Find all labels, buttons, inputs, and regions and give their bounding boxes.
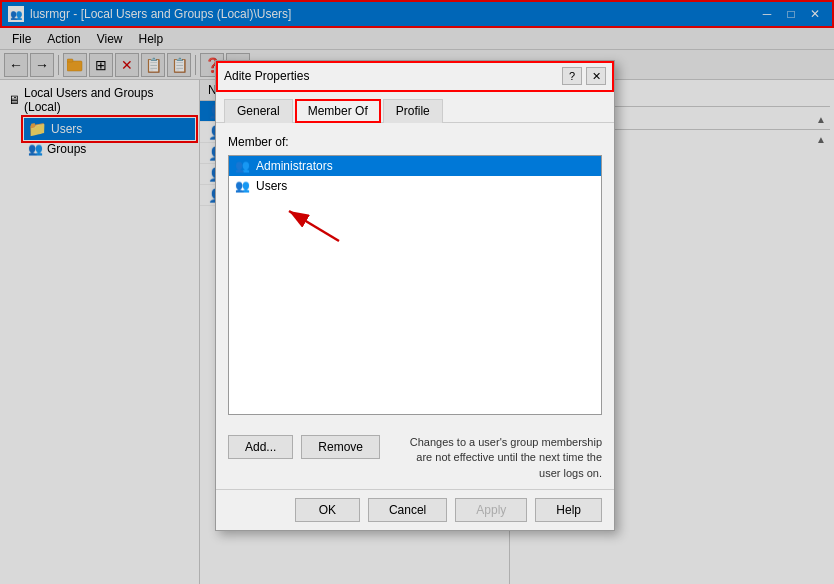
ok-button[interactable]: OK bbox=[295, 498, 360, 522]
dialog-action-row: Add... Remove Changes to a user's group … bbox=[216, 427, 614, 489]
remove-button[interactable]: Remove bbox=[301, 435, 380, 459]
member-icon-users: 👥 bbox=[235, 179, 250, 193]
modal-overlay: Adite Properties ? ✕ General Member Of P… bbox=[0, 0, 834, 584]
add-button[interactable]: Add... bbox=[228, 435, 293, 459]
cancel-button[interactable]: Cancel bbox=[368, 498, 447, 522]
member-name-administrators: Administrators bbox=[256, 159, 333, 173]
tab-general[interactable]: General bbox=[224, 99, 293, 123]
dialog-help-button[interactable]: ? bbox=[562, 67, 582, 85]
tab-profile[interactable]: Profile bbox=[383, 99, 443, 123]
help-button[interactable]: Help bbox=[535, 498, 602, 522]
member-icon-administrators: 👥 bbox=[235, 159, 250, 173]
dialog-content: Member of: 👥 Administrators 👥 Users bbox=[216, 123, 614, 427]
member-list-item-users[interactable]: 👥 Users bbox=[229, 176, 601, 196]
member-list-item-administrators[interactable]: 👥 Administrators bbox=[229, 156, 601, 176]
dialog-tabs: General Member Of Profile bbox=[216, 92, 614, 123]
dialog-title-bar: Adite Properties ? ✕ bbox=[216, 61, 614, 92]
svg-line-3 bbox=[289, 211, 339, 241]
dialog-title-controls: ? ✕ bbox=[562, 67, 606, 85]
dialog-footer: OK Cancel Apply Help bbox=[216, 489, 614, 530]
tab-member-of[interactable]: Member Of bbox=[295, 99, 381, 123]
member-list: 👥 Administrators 👥 Users bbox=[228, 155, 602, 415]
dialog-title-text: Adite Properties bbox=[224, 69, 309, 83]
member-name-users: Users bbox=[256, 179, 287, 193]
adite-properties-dialog: Adite Properties ? ✕ General Member Of P… bbox=[215, 60, 615, 531]
apply-button[interactable]: Apply bbox=[455, 498, 527, 522]
member-of-label: Member of: bbox=[228, 135, 602, 149]
annotation-arrow bbox=[279, 201, 359, 251]
arrow-area bbox=[229, 196, 601, 256]
note-text: Changes to a user's group membershipare … bbox=[388, 435, 602, 481]
dialog-close-button[interactable]: ✕ bbox=[586, 67, 606, 85]
